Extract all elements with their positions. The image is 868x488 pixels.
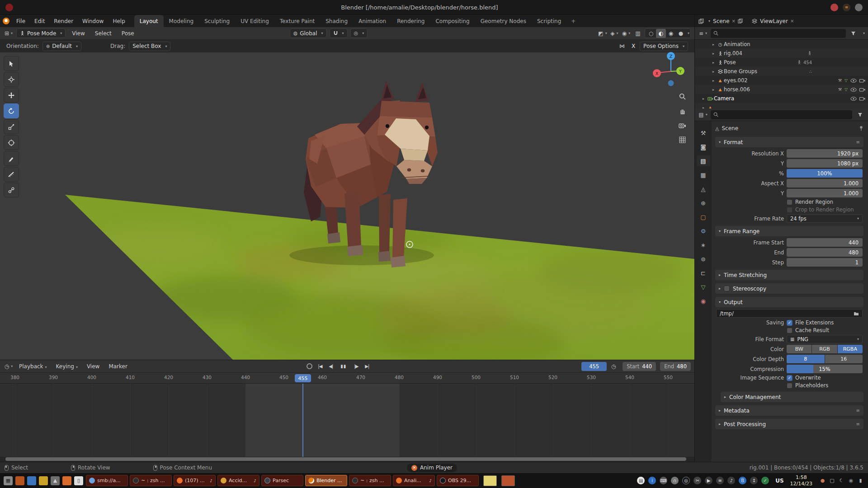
files-icon[interactable]	[15, 476, 24, 485]
navigation-gizmo[interactable]: Z X Y	[650, 51, 692, 90]
firefox-launcher-icon[interactable]	[62, 476, 71, 485]
outliner-search-input[interactable]	[711, 29, 846, 38]
tab-particles[interactable]: ∗	[697, 239, 710, 250]
shading-rendered-icon[interactable]: ●	[676, 29, 686, 38]
compression-slider[interactable]: 15%	[787, 365, 863, 373]
show-object-types-icon[interactable]: ◩▾	[598, 29, 608, 38]
tab-compositing[interactable]: Compositing	[430, 15, 475, 27]
frame-step-field[interactable]: 1	[787, 258, 863, 267]
tab-physics[interactable]: ⊚	[697, 253, 710, 264]
frame-start-field[interactable]: 440	[787, 238, 863, 247]
frame-start-field[interactable]: Start 440	[623, 362, 656, 371]
frame-end-field[interactable]: End 480	[660, 362, 691, 371]
mode-dropdown[interactable]: Pose Mode ▾	[16, 28, 66, 38]
timeline-ruler[interactable]: 380 390 400 410 420 430 440 450 460 470 …	[0, 373, 694, 384]
previous-keyframe-button[interactable]: ◀|	[326, 362, 336, 371]
stereoscopy-checkbox[interactable]	[724, 286, 730, 291]
tab-tool[interactable]: ⚒	[697, 127, 710, 138]
input-device-icon[interactable]: ⌨	[660, 477, 667, 484]
taskbar-window-firefox-2[interactable]: Anali... ♪	[393, 475, 435, 486]
tab-rendering[interactable]: Rendering	[392, 15, 430, 27]
section-post-processing[interactable]: ▸Post Processing≡	[715, 419, 863, 429]
gizmos-icon[interactable]: ◈▾	[609, 29, 619, 38]
app-menu-icon[interactable]: ▦	[4, 476, 13, 485]
taskbar-window-accid[interactable]: Accid... ♪	[217, 475, 259, 486]
expand-icon[interactable]: ▸	[710, 79, 717, 83]
playhead-line[interactable]	[302, 384, 303, 457]
clock[interactable]: 1:58 12/14/23	[790, 474, 812, 486]
tab-animation[interactable]: Animation	[353, 15, 392, 27]
scene-new-icon[interactable]	[738, 19, 743, 23]
expand-icon[interactable]: ▸	[710, 61, 717, 65]
expand-icon[interactable]: ▸	[710, 70, 717, 74]
orientation-setting-dropdown[interactable]: ⊕ Default ▾	[42, 42, 81, 51]
taskbar-thumbnail-orange[interactable]	[501, 475, 515, 486]
tool-pose-breakdowner[interactable]	[4, 183, 19, 197]
tab-scene[interactable]: ◬	[697, 183, 710, 194]
menu-keying[interactable]: Keying▾	[52, 363, 81, 370]
depth-16-button[interactable]: 16	[825, 355, 863, 363]
hide-viewport-icon[interactable]	[850, 97, 857, 101]
output-path-field[interactable]: /tmp/	[716, 309, 863, 318]
color-rgba-button[interactable]: RGBA	[838, 345, 863, 353]
overlays-icon[interactable]: ◉▾	[621, 29, 631, 38]
keyboard-layout-indicator[interactable]: US	[775, 478, 783, 484]
viewlayer-selector[interactable]: ViewLayer ×	[760, 18, 794, 24]
menu-render[interactable]: Render	[49, 15, 78, 27]
overwrite-checkbox[interactable]: ✓	[787, 375, 793, 381]
tool-cursor[interactable]	[4, 72, 19, 87]
viewport-3d[interactable]: ⊞▾ Pose Mode ▾ View Select Pose ◍ Global…	[0, 27, 694, 360]
info-icon[interactable]: i	[648, 477, 656, 484]
xray-toggle-icon[interactable]: ▥	[633, 29, 643, 38]
tab-world[interactable]: ⊕	[697, 197, 710, 208]
obs-tray-icon[interactable]: ◎	[682, 477, 690, 484]
tab-layout[interactable]: Layout	[134, 15, 164, 27]
section-stereoscopy[interactable]: ▸Stereoscopy	[715, 283, 863, 294]
notification-icon[interactable]: ●	[819, 477, 826, 484]
pan-hand-icon[interactable]	[676, 105, 688, 117]
resolution-x-field[interactable]: 1920 px	[787, 149, 863, 158]
tab-shading[interactable]: Shading	[320, 15, 353, 27]
menu-pose[interactable]: Pose	[118, 30, 138, 37]
tool-select-box[interactable]	[4, 56, 19, 71]
anim-player-chip[interactable]: ✕ Anim Player	[407, 464, 457, 472]
render-region-checkbox[interactable]	[787, 199, 793, 205]
tab-sculpting[interactable]: Sculpting	[199, 15, 235, 27]
stop-playback-icon[interactable]: ✕	[411, 465, 417, 471]
zoom-icon[interactable]	[676, 90, 688, 102]
preset-menu-icon[interactable]: ≡	[856, 140, 860, 145]
outliner-editor-type-icon[interactable]: ≡▾	[698, 29, 708, 38]
vpn-shield-icon[interactable]: ✓	[761, 477, 769, 484]
pin-icon[interactable]	[859, 126, 863, 131]
scene-unlink-icon[interactable]: ×	[732, 19, 736, 23]
timeline-tracks[interactable]	[0, 384, 694, 457]
frame-end-field[interactable]: 480	[787, 248, 863, 257]
disable-render-icon[interactable]	[859, 79, 865, 83]
expand-icon[interactable]: ▸	[700, 97, 707, 101]
aspect-y-field[interactable]: 1.000	[787, 189, 863, 197]
outliner-row-camera[interactable]: ▸ Camera	[695, 94, 868, 103]
virtual-desktop-icon[interactable]: ▢	[828, 477, 836, 484]
tab-uv-editing[interactable]: UV Editing	[235, 15, 274, 27]
tab-texture-paint[interactable]: Texture Paint	[274, 15, 320, 27]
window-app-icon[interactable]	[5, 4, 13, 11]
timeline-editor-type-icon[interactable]: ◷▾	[4, 362, 14, 371]
menu-playback[interactable]: Playback▾	[15, 363, 51, 370]
file-extensions-checkbox[interactable]: ✓	[787, 320, 793, 326]
taskbar-window-parsec[interactable]: Parsec	[261, 475, 303, 486]
jump-to-end-button[interactable]: ▶|	[362, 362, 372, 371]
bluetooth-icon[interactable]: B	[739, 477, 746, 484]
night-mode-icon[interactable]: ☾	[838, 477, 845, 484]
menu-help[interactable]: Help	[108, 15, 129, 27]
volume-icon[interactable]: ♪	[727, 477, 735, 484]
placeholders-checkbox[interactable]	[787, 383, 793, 389]
tool-measure[interactable]	[4, 167, 19, 182]
jump-to-start-button[interactable]: |◀	[315, 362, 325, 371]
screenshot-icon[interactable]: ✂	[693, 477, 701, 484]
tab-constraints[interactable]: ⊏	[697, 267, 710, 278]
menu-edit[interactable]: Edit	[30, 15, 49, 27]
menu-timeline-view[interactable]: View	[83, 363, 103, 370]
tab-geometry-nodes[interactable]: Geometry Nodes	[475, 15, 532, 27]
section-time-stretching[interactable]: ▸Time Stretching	[715, 270, 863, 280]
outliner-row-eyes[interactable]: ▸ ▲ eyes.002 ⚒ ▽	[695, 76, 868, 85]
